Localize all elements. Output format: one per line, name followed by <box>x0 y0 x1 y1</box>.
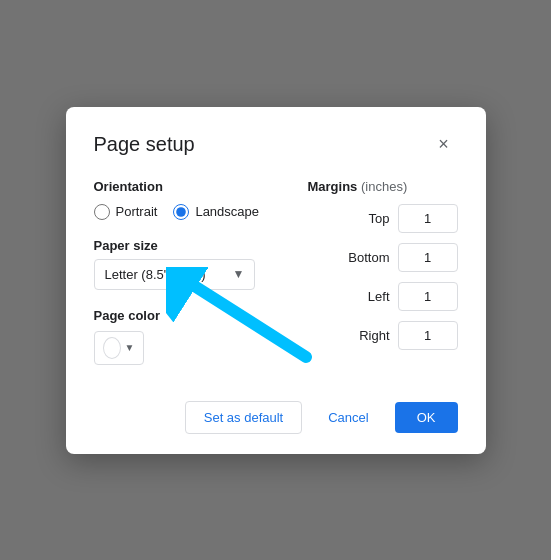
left-column: Orientation Portrait Landscape Paper siz… <box>94 179 278 365</box>
paper-size-section: Paper size Letter (8.5" x 11") A4 (8.27"… <box>94 238 278 290</box>
page-color-label: Page color <box>94 308 278 323</box>
bottom-margin-row: Bottom <box>308 243 458 272</box>
top-margin-row: Top <box>308 204 458 233</box>
left-margin-row: Left <box>308 282 458 311</box>
paper-size-select-wrapper: Letter (8.5" x 11") A4 (8.27" x 11.69") … <box>94 259 255 290</box>
set-as-default-button[interactable]: Set as default <box>185 401 303 434</box>
landscape-option[interactable]: Landscape <box>173 204 259 220</box>
portrait-option[interactable]: Portrait <box>94 204 158 220</box>
ok-button[interactable]: OK <box>395 402 458 433</box>
cancel-button[interactable]: Cancel <box>310 402 386 433</box>
dialog-header: Page setup × <box>94 131 458 159</box>
right-margin-row: Right <box>308 321 458 350</box>
portrait-label: Portrait <box>116 204 158 219</box>
page-color-button[interactable]: ▼ <box>94 331 144 365</box>
left-margin-input[interactable] <box>398 282 458 311</box>
right-margin-input[interactable] <box>398 321 458 350</box>
orientation-label: Orientation <box>94 179 278 194</box>
paper-size-label: Paper size <box>94 238 278 253</box>
dialog-body: Orientation Portrait Landscape Paper siz… <box>94 179 458 365</box>
dialog-footer: Set as default Cancel OK <box>94 389 458 434</box>
close-button[interactable]: × <box>430 131 458 159</box>
color-swatch <box>103 337 121 359</box>
orientation-row: Portrait Landscape <box>94 204 278 220</box>
right-column: Margins (inches) Top Bottom Left Right <box>308 179 458 365</box>
right-margin-label: Right <box>350 328 390 343</box>
left-margin-label: Left <box>350 289 390 304</box>
top-margin-input[interactable] <box>398 204 458 233</box>
paper-size-select[interactable]: Letter (8.5" x 11") A4 (8.27" x 11.69") … <box>94 259 255 290</box>
landscape-label: Landscape <box>195 204 259 219</box>
top-margin-label: Top <box>350 211 390 226</box>
portrait-radio[interactable] <box>94 204 110 220</box>
margins-label: Margins (inches) <box>308 179 458 194</box>
bottom-margin-input[interactable] <box>398 243 458 272</box>
page-setup-dialog: Page setup × Orientation Portrait Landsc… <box>66 107 486 454</box>
color-dropdown-icon: ▼ <box>125 342 135 353</box>
bottom-margin-label: Bottom <box>348 250 389 265</box>
landscape-radio[interactable] <box>173 204 189 220</box>
dialog-title: Page setup <box>94 133 195 156</box>
page-color-section: Page color ▼ <box>94 308 278 365</box>
